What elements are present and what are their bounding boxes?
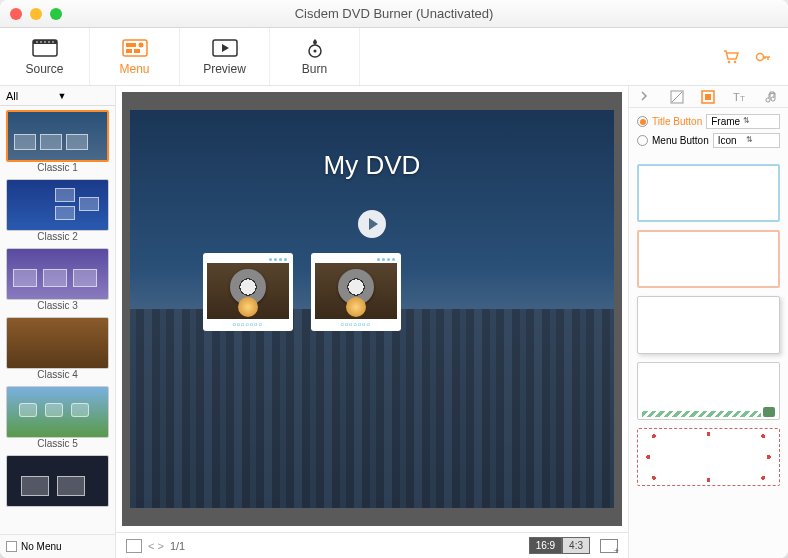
svg-point-6 xyxy=(52,41,54,43)
ratio-option[interactable]: 16:9 xyxy=(529,537,562,554)
template-item[interactable]: Classic 3 xyxy=(0,244,115,313)
svg-point-16 xyxy=(728,60,731,63)
video-thumbnail-icon xyxy=(315,263,397,319)
svg-point-18 xyxy=(757,53,764,60)
no-menu-label: No Menu xyxy=(21,541,62,552)
svg-rect-11 xyxy=(134,49,140,53)
template-label: Classic 2 xyxy=(6,231,109,242)
svg-point-9 xyxy=(138,42,143,47)
key-icon[interactable] xyxy=(754,48,772,66)
canvas-footer: < > 1/1 16:9 4:3 xyxy=(116,532,628,558)
svg-point-5 xyxy=(48,41,50,43)
music-icon[interactable] xyxy=(765,90,779,104)
window-title: Cisdem DVD Burner (Unactivated) xyxy=(0,6,788,21)
menu-item[interactable]: ooooooo xyxy=(311,253,401,331)
template-item[interactable]: Classic 2 xyxy=(0,175,115,244)
menu-item[interactable]: ooooooo xyxy=(203,253,293,331)
svg-point-4 xyxy=(44,41,46,43)
tab-preview[interactable]: Preview xyxy=(180,28,270,85)
svg-rect-8 xyxy=(126,43,136,47)
svg-marker-13 xyxy=(222,44,229,52)
tab-burn[interactable]: Burn xyxy=(270,28,360,85)
frame-style-icon[interactable] xyxy=(701,90,715,104)
video-thumbnail-icon xyxy=(207,263,289,319)
app-window: Cisdem DVD Burner (Unactivated) Source M… xyxy=(0,0,788,558)
tab-menu[interactable]: Menu xyxy=(90,28,180,85)
style-controls: Title Button Frame⇅ Menu Button Icon⇅ xyxy=(629,108,788,158)
main-area: All ▼ Classic 1 Classic 2 Classic 3 xyxy=(0,86,788,558)
frame-option[interactable] xyxy=(637,164,780,222)
burn-icon xyxy=(301,38,329,58)
frame-option[interactable] xyxy=(637,428,780,486)
svg-point-15 xyxy=(313,49,316,52)
template-label: Classic 3 xyxy=(6,300,109,311)
frame-option[interactable] xyxy=(637,296,780,354)
no-style-icon[interactable] xyxy=(670,90,684,104)
frame-option[interactable] xyxy=(637,362,780,420)
template-label: Classic 4 xyxy=(6,369,109,380)
menu-button-label: Menu Button xyxy=(652,135,709,146)
add-image-button[interactable] xyxy=(600,539,618,553)
tab-source[interactable]: Source xyxy=(0,28,90,85)
right-tab-bar: TT xyxy=(629,86,788,108)
template-list: Classic 1 Classic 2 Classic 3 Classic 4 … xyxy=(0,106,115,534)
toolbar-right xyxy=(722,28,788,85)
source-icon xyxy=(31,38,59,58)
collapse-icon[interactable] xyxy=(638,90,652,104)
text-style-icon[interactable]: TT xyxy=(733,90,747,104)
layout-icon[interactable] xyxy=(126,539,142,553)
svg-point-17 xyxy=(734,60,737,63)
chevron-down-icon: ▼ xyxy=(58,91,110,101)
preview-icon xyxy=(211,38,239,58)
title-button-radio[interactable] xyxy=(637,116,648,127)
ratio-option[interactable]: 4:3 xyxy=(562,537,590,554)
title-button-row: Title Button Frame⇅ xyxy=(637,114,780,129)
item-placeholder-label: ooooooo xyxy=(207,319,289,327)
menu-button-row: Menu Button Icon⇅ xyxy=(637,133,780,148)
properties-sidebar: TT Title Button Frame⇅ Menu Button Icon⇅ xyxy=(628,86,788,558)
template-label: Classic 5 xyxy=(6,438,109,449)
template-label: Classic 1 xyxy=(6,162,109,173)
play-button[interactable] xyxy=(358,210,386,238)
svg-rect-10 xyxy=(126,49,132,53)
title-button-label: Title Button xyxy=(652,116,702,127)
main-toolbar: Source Menu Preview Burn xyxy=(0,28,788,86)
item-placeholder-label: ooooooo xyxy=(315,319,397,327)
frame-style-list xyxy=(629,158,788,558)
template-filter-dropdown[interactable]: All ▼ xyxy=(0,86,115,106)
menu-icon xyxy=(121,38,149,58)
template-item[interactable]: Classic 5 xyxy=(0,382,115,451)
template-item[interactable] xyxy=(0,451,115,509)
template-item[interactable]: Classic 1 xyxy=(0,106,115,175)
svg-rect-22 xyxy=(705,94,711,100)
dvd-title-text[interactable]: My DVD xyxy=(130,150,614,181)
canvas-area: My DVD ooooooo ooooooo xyxy=(116,86,628,558)
titlebar: Cisdem DVD Burner (Unactivated) xyxy=(0,0,788,28)
menu-preview[interactable]: My DVD ooooooo ooooooo xyxy=(122,92,622,526)
frame-option[interactable] xyxy=(637,230,780,288)
svg-text:T: T xyxy=(733,91,740,103)
title-button-select[interactable]: Frame⇅ xyxy=(706,114,780,129)
menu-button-radio[interactable] xyxy=(637,135,648,146)
page-indicator: 1/1 xyxy=(170,540,185,552)
tab-burn-label: Burn xyxy=(302,62,327,76)
template-item[interactable]: Classic 4 xyxy=(0,313,115,382)
tab-source-label: Source xyxy=(25,62,63,76)
menu-items: ooooooo ooooooo xyxy=(203,253,401,331)
templates-sidebar: All ▼ Classic 1 Classic 2 Classic 3 xyxy=(0,86,116,558)
cart-icon[interactable] xyxy=(722,48,740,66)
tab-menu-label: Menu xyxy=(119,62,149,76)
svg-rect-7 xyxy=(123,40,147,56)
page-nav-arrows[interactable]: < > xyxy=(148,540,164,552)
menu-button-select[interactable]: Icon⇅ xyxy=(713,133,780,148)
svg-point-3 xyxy=(40,41,42,43)
svg-text:T: T xyxy=(740,94,745,103)
no-menu-checkbox[interactable] xyxy=(6,541,17,552)
menu-background: My DVD ooooooo ooooooo xyxy=(130,110,614,508)
aspect-ratio-toggle[interactable]: 16:9 4:3 xyxy=(529,537,590,554)
no-menu-checkbox-row[interactable]: No Menu xyxy=(0,534,115,558)
svg-point-2 xyxy=(36,41,38,43)
filter-label: All xyxy=(6,90,58,102)
tab-preview-label: Preview xyxy=(203,62,246,76)
svg-line-20 xyxy=(672,92,682,102)
